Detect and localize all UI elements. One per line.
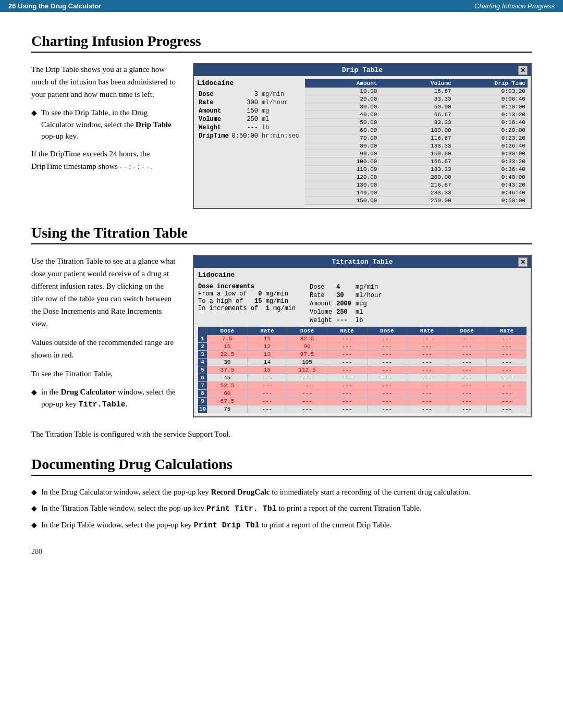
tit-cell: --- <box>447 405 487 413</box>
cell-amount: 150.00 <box>305 197 379 204</box>
drip-param-dose-value: 3 <box>230 90 260 98</box>
tit-cell: 37.5 <box>207 366 248 374</box>
tit-rp-amount: Amount 2000 mcg <box>308 300 384 308</box>
tit-cell: --- <box>487 359 527 366</box>
titration-see: To see the Titration Table, <box>31 367 177 380</box>
titration-table-widget: Titration Table ✕ Lidocaine Dose increme… <box>193 255 532 417</box>
tit-rp-amount-unit: mcg <box>353 300 384 308</box>
cell-driptime: 0:46:40 <box>454 189 528 196</box>
tit-cell: --- <box>487 382 527 389</box>
drip-table-close[interactable]: ✕ <box>518 66 528 75</box>
tit-gh-rate4: Rate <box>487 327 527 335</box>
tit-cell: --- <box>248 390 288 397</box>
cell-volume: 100.00 <box>379 127 453 134</box>
drip-drug-name: Lidocaine <box>197 79 301 87</box>
tit-rp-rate-unit: ml/hour <box>353 291 384 300</box>
cell-amount: 70.00 <box>305 134 379 142</box>
table-row: 2151290--------------- <box>198 343 527 351</box>
table-row: 150.00250.000:50:00 <box>305 197 528 205</box>
tit-drug-name: Lidocaine <box>198 271 235 279</box>
tit-cell: --- <box>407 335 447 342</box>
drip-param-driptime: DripTime 0:50:00 hr:min:sec <box>197 132 301 140</box>
tit-rp-rate-label: Rate <box>308 291 334 300</box>
tit-cell: --- <box>287 398 327 405</box>
drip-param-volume-label: Volume <box>197 115 230 124</box>
charting-title: Charting Infusion Progress <box>31 33 532 53</box>
tit-cell: --- <box>248 382 288 389</box>
drip-col-amount: Amount <box>305 80 379 87</box>
tit-cell: --- <box>368 343 408 350</box>
tit-cell: --- <box>287 382 327 389</box>
tit-cell: --- <box>368 366 408 374</box>
tit-cell: --- <box>487 405 527 413</box>
cell-amount: 80.00 <box>305 142 379 150</box>
cell-amount: 110.00 <box>305 166 379 173</box>
tit-rp-amount-val: 2000 <box>334 300 353 308</box>
cell-volume: 50.00 <box>379 103 453 110</box>
charting-intro: The Drip Table shows you at a glance how… <box>31 63 177 101</box>
cell-driptime: 0:06:40 <box>454 95 528 103</box>
tit-row-number: 6 <box>198 374 207 381</box>
titration-table-close[interactable]: ✕ <box>518 257 528 267</box>
table-row: 752.5--------------------- <box>198 382 527 390</box>
tit-cell: --- <box>447 374 487 381</box>
page-header: 26 Using the Drug Calculator Charting In… <box>0 0 563 12</box>
tit-param-inc: In increments of 1 mg/min <box>198 305 302 312</box>
tit-cell: 60 <box>207 390 248 397</box>
table-row: 645--------------------- <box>198 374 527 382</box>
tit-right-params: Dose 4 mg/min Rate 30 ml/hour <box>308 283 527 325</box>
cell-amount: 100.00 <box>305 158 379 165</box>
doc-bullets: ◆ In the Drug Calculator window, select … <box>31 486 532 532</box>
drip-param-rate-label: Rate <box>197 98 230 107</box>
tit-cell: --- <box>368 374 408 381</box>
drip-table-title: Drip Table <box>342 66 383 74</box>
drip-right-panel: Amount Volume Drip Time 10.0016.670:03:2… <box>305 79 528 205</box>
cell-driptime: 0:50:00 <box>454 197 528 204</box>
tit-cell: --- <box>487 351 527 358</box>
bullet-diamond-icon: ◆ <box>31 520 37 532</box>
tit-gh-dose2: Dose <box>287 327 327 335</box>
tit-params-area: Dose increments From a low of 0 mg/min T… <box>198 283 527 325</box>
cell-volume: 33.33 <box>379 95 453 103</box>
cell-amount: 20.00 <box>305 95 379 103</box>
tit-left-params: Dose increments From a low of 0 mg/min T… <box>198 283 302 325</box>
tit-cell: 45 <box>207 374 248 381</box>
cell-volume: 216.67 <box>379 181 453 189</box>
table-row: 90.00150.000:30:00 <box>305 150 528 158</box>
titration-table-title: Titration Table <box>332 258 393 266</box>
tit-cell: --- <box>327 390 368 397</box>
tit-cell: --- <box>447 343 487 350</box>
cell-volume: 16.67 <box>379 88 453 95</box>
doc-bullet-1-text: In the Drug Calculator window, select th… <box>41 486 470 498</box>
table-row: 80.00133.330:26:40 <box>305 142 528 150</box>
cell-driptime: 0:23:20 <box>454 134 528 142</box>
tit-gh-rate2: Rate <box>327 327 368 335</box>
tit-rp-weight: Weight --- lb <box>308 316 384 325</box>
tit-row-number: 3 <box>198 351 207 358</box>
page-number: 280 <box>31 548 532 556</box>
cell-driptime: 0:36:40 <box>454 166 528 173</box>
table-row: 100.00166.670:33:20 <box>305 158 528 166</box>
tit-cell: --- <box>368 382 408 389</box>
tit-cell: 90 <box>287 343 327 350</box>
tit-cell: --- <box>368 335 408 342</box>
table-row: 322.51397.5--------------- <box>198 351 527 359</box>
tit-cell: --- <box>327 335 368 342</box>
tit-cell: --- <box>327 351 368 358</box>
tit-cell: --- <box>487 398 527 405</box>
table-row: 860--------------------- <box>198 390 527 398</box>
tit-rp-volume-unit: ml <box>353 308 384 316</box>
cell-amount: 140.00 <box>305 189 379 196</box>
cell-volume: 150.00 <box>379 150 453 157</box>
tit-cell: --- <box>447 398 487 405</box>
drip-table-widget: Drip Table ✕ Lidocaine Dose 3 mg/min <box>193 63 532 209</box>
tit-cell: 13 <box>248 351 288 358</box>
tit-cell: --- <box>287 374 327 381</box>
tit-cell: 30 <box>207 359 248 366</box>
table-row: 17.51182.5--------------- <box>198 335 527 343</box>
table-row: 110.00183.330:36:40 <box>305 166 528 174</box>
tit-grid-header: Dose Rate Dose Rate Dose Rate Dose Rate <box>198 327 527 335</box>
table-row: 20.0033.330:06:40 <box>305 95 528 103</box>
drip-param-amount-label: Amount <box>197 107 230 115</box>
doc-bullet-3: ◆ In the Drip Table window, select the p… <box>31 519 532 532</box>
